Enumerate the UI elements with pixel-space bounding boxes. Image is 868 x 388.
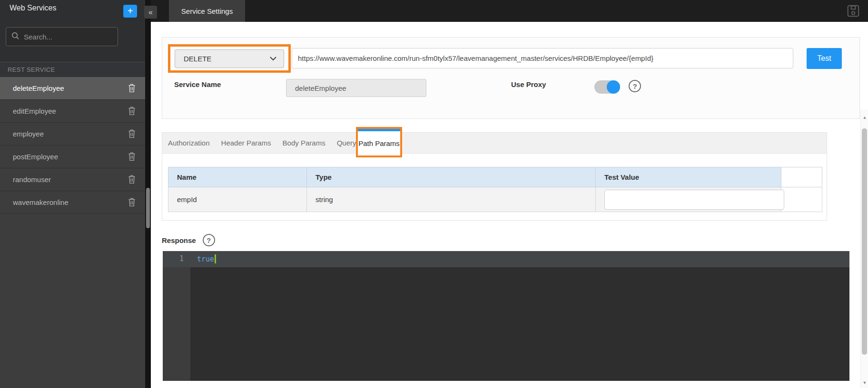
column-header-type: Type — [307, 167, 596, 187]
search-box — [6, 27, 118, 46]
trash-icon — [127, 179, 137, 186]
sidebar-item-editEmployee[interactable]: editEmployee — [0, 100, 145, 123]
test-value-input[interactable] — [604, 190, 784, 210]
trash-icon — [127, 202, 137, 209]
main-scrollbar: ▲ ▼ — [860, 109, 868, 388]
add-service-button[interactable]: + — [123, 5, 137, 18]
sidebar-header: Web Services + — [0, 0, 145, 62]
top-bar — [145, 0, 868, 22]
sidebar-item-randomuser[interactable]: randomuser — [0, 168, 145, 191]
service-label: employee — [13, 130, 127, 138]
sidebar-scrollbar-thumb[interactable] — [146, 188, 150, 228]
sidebar-item-deleteEmployee[interactable]: deleteEmployee — [0, 77, 145, 100]
column-header-name: Name — [168, 167, 307, 187]
sidebar-title: Web Services — [10, 4, 56, 12]
service-label: randomuser — [13, 175, 127, 184]
trash-icon — [127, 87, 137, 95]
collapse-sidebar-button[interactable]: « — [144, 6, 157, 19]
sidebar-item-postEmployee[interactable]: postEmployee — [0, 146, 145, 168]
param-type-cell: string — [307, 187, 596, 212]
rest-service-section-header: REST SERVICE — [0, 62, 145, 77]
editor-line-number: 1 — [163, 254, 184, 263]
search-icon — [11, 31, 20, 42]
http-method-select[interactable]: DELETE — [175, 49, 284, 68]
service-list: deleteEmployee editEmployee — [0, 77, 145, 214]
app-root: « Service Settings Web Services + — [0, 0, 868, 388]
use-proxy-help-icon[interactable]: ? — [629, 80, 641, 92]
use-proxy-toggle[interactable] — [594, 80, 620, 94]
param-name-cell: empId — [168, 187, 307, 212]
test-button[interactable]: Test — [807, 48, 842, 69]
tab-path-params[interactable]: Path Params — [358, 129, 400, 155]
main-scrollbar-thumb[interactable] — [862, 128, 867, 355]
scroll-down-arrow[interactable]: ▼ — [861, 380, 868, 385]
tab-service-settings[interactable]: Service Settings — [169, 0, 245, 22]
delete-service-button[interactable] — [127, 197, 137, 208]
active-tab-highlight-box: Path Params — [356, 127, 402, 157]
search-input[interactable] — [24, 33, 118, 41]
service-label: editEmployee — [13, 107, 127, 115]
tab-authorization[interactable]: Authorization — [162, 133, 216, 154]
delete-service-button[interactable] — [127, 174, 137, 185]
sidebar-item-wavemakeronline[interactable]: wavemakeronline — [0, 191, 145, 214]
param-test-value-cell — [596, 187, 781, 212]
column-header-test-value: Test Value — [596, 167, 781, 187]
tab-body-params[interactable]: Body Params — [277, 133, 331, 154]
response-value: true — [197, 255, 214, 263]
delete-service-button[interactable] — [127, 151, 137, 163]
service-label: wavemakeronline — [13, 198, 127, 206]
response-header: Response ? — [162, 234, 215, 246]
response-help-icon[interactable]: ? — [203, 234, 215, 246]
trash-icon — [127, 133, 137, 140]
sidebar: Web Services + REST SERVICE deleteEmploy… — [0, 0, 145, 388]
sidebar-scrollbar — [145, 0, 151, 388]
editor-current-line-highlight — [163, 251, 849, 267]
trash-icon — [127, 156, 137, 163]
editor-gutter — [163, 251, 190, 381]
table-header-row: Name Type Test Value — [168, 167, 822, 187]
http-method-value: DELETE — [184, 55, 269, 63]
chevron-down-icon — [269, 55, 277, 63]
use-proxy-label: Use Proxy — [511, 80, 546, 88]
params-panel: Authorization Header Params Body Params … — [162, 132, 827, 221]
service-label: deleteEmployee — [13, 84, 127, 92]
delete-service-button[interactable] — [127, 83, 137, 94]
response-label: Response — [162, 236, 196, 244]
params-tabstrip: Authorization Header Params Body Params … — [162, 133, 827, 154]
delete-service-button[interactable] — [127, 128, 137, 140]
service-url-input[interactable] — [292, 48, 793, 68]
floppy-save-icon — [846, 12, 860, 19]
delete-service-button[interactable] — [127, 106, 137, 117]
column-header-extra — [781, 167, 822, 187]
path-params-table: Name Type Test Value empId string — [168, 167, 822, 212]
service-name-label: Service Name — [174, 80, 221, 88]
param-extra-cell — [781, 187, 822, 212]
table-row: empId string — [168, 187, 822, 212]
service-name-input[interactable] — [286, 79, 426, 97]
service-label: postEmployee — [13, 153, 127, 161]
sidebar-item-employee[interactable]: employee — [0, 123, 145, 146]
tab-header-params[interactable]: Header Params — [216, 133, 277, 154]
editor-caret — [215, 254, 216, 263]
editor-code-line: true — [197, 254, 216, 263]
service-settings-panel: DELETE Test Service Name Use Proxy ? — [162, 37, 860, 119]
trash-icon — [127, 110, 137, 117]
scroll-up-arrow[interactable]: ▲ — [861, 115, 868, 120]
response-code-editor[interactable]: 1 true — [163, 251, 849, 381]
toggle-knob — [607, 80, 620, 94]
save-button[interactable] — [845, 3, 861, 19]
